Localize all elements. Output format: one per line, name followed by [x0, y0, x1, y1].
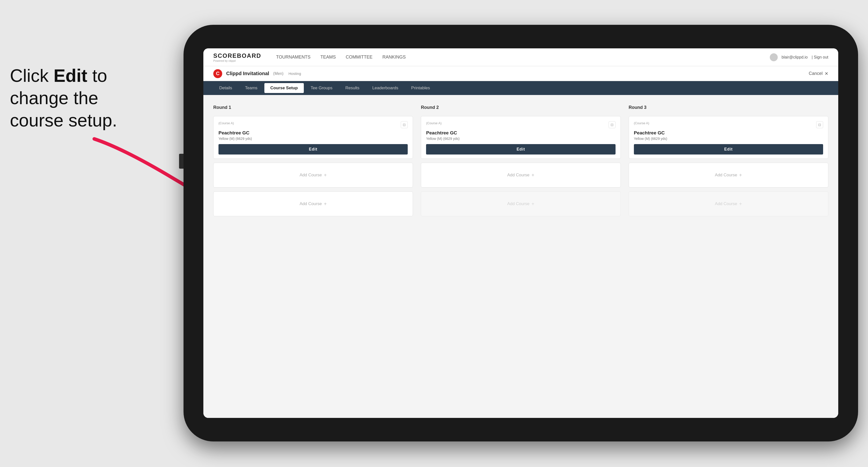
round-2-edit-button[interactable]: Edit: [426, 144, 615, 155]
delete-icon-3: ⊡: [818, 123, 821, 127]
top-nav: SCOREBOARD Powered by clippd TOURNAMENTS…: [204, 49, 838, 66]
tournament-status: Hosting: [288, 71, 301, 75]
round-1-course-card: (Course A) ⊡ Peachtree GC Yellow (M) (66…: [213, 116, 413, 159]
course-delete-button[interactable]: ⊡: [401, 121, 408, 128]
round-2-add-course-2: Add Course +: [421, 191, 620, 216]
course-name-2: Peachtree GC: [426, 130, 615, 136]
tab-course-setup[interactable]: Course Setup: [265, 83, 304, 93]
sign-out-link[interactable]: | Sign out: [812, 55, 828, 60]
tab-printables[interactable]: Printables: [405, 83, 436, 93]
rounds-grid: Round 1 (Course A) ⊡ Peachtree GC Yellow…: [213, 105, 828, 216]
tab-teams[interactable]: Teams: [239, 83, 264, 93]
tab-leaderboards[interactable]: Leaderboards: [366, 83, 404, 93]
add-plus-icon: +: [324, 173, 327, 178]
course-delete-button-3[interactable]: ⊡: [816, 121, 823, 128]
instruction-prefix: Click: [10, 66, 54, 86]
logo-text: SCOREBOARD: [213, 52, 261, 59]
nav-teams[interactable]: TEAMS: [320, 54, 336, 61]
nav-right: blair@clippd.io | Sign out: [770, 53, 829, 61]
add-course-label-2: Add Course: [300, 201, 322, 206]
cancel-button[interactable]: Cancel ✕: [809, 71, 828, 76]
nav-committee[interactable]: COMMITTEE: [346, 54, 372, 61]
tab-details[interactable]: Details: [213, 83, 238, 93]
add-course-label-r3: Add Course: [715, 173, 737, 178]
course-details: Yellow (M) (6629 yds): [218, 137, 408, 141]
nav-links: TOURNAMENTS TEAMS COMMITTEE RANKINGS: [276, 54, 770, 61]
course-name: Peachtree GC: [218, 130, 408, 136]
delete-icon-2: ⊡: [611, 123, 614, 127]
course-delete-button-2[interactable]: ⊡: [609, 121, 616, 128]
main-content: Round 1 (Course A) ⊡ Peachtree GC Yellow…: [204, 95, 838, 418]
course-details-2: Yellow (M) (6629 yds): [426, 137, 615, 141]
add-course-label-r2-2: Add Course: [507, 201, 529, 206]
course-card-header: (Course A) ⊡: [218, 121, 408, 128]
round-1-add-course-1[interactable]: Add Course +: [213, 163, 413, 187]
round-3-column: Round 3 (Course A) ⊡ Peachtree GC Yellow…: [629, 105, 828, 216]
user-avatar: [770, 53, 778, 61]
round-3-course-card: (Course A) ⊡ Peachtree GC Yellow (M) (66…: [629, 116, 828, 159]
add-plus-icon-r3-2: +: [739, 201, 742, 207]
instruction-bold: Edit: [54, 66, 87, 86]
user-email: blair@clippd.io: [782, 55, 808, 60]
tournament-logo: C: [213, 69, 222, 78]
tablet-screen: SCOREBOARD Powered by clippd TOURNAMENTS…: [204, 49, 838, 418]
course-label-3: (Course A): [634, 121, 649, 125]
round-2-add-course-1[interactable]: Add Course +: [421, 163, 620, 187]
round-1-title: Round 1: [213, 105, 413, 110]
course-label: (Course A): [218, 121, 234, 125]
instruction-text: Click Edit tochange thecourse setup.: [10, 64, 117, 131]
add-course-label-r3-2: Add Course: [715, 201, 737, 206]
sub-tabs-bar: Details Teams Course Setup Tee Groups Re…: [204, 81, 838, 95]
add-course-label: Add Course: [300, 173, 322, 178]
add-plus-icon-r2: +: [531, 173, 534, 178]
round-2-column: Round 2 (Course A) ⊡ Peachtree GC Yellow…: [421, 105, 620, 216]
logo-subtext: Powered by clippd: [213, 59, 261, 62]
tournament-gender: (Men): [273, 71, 283, 76]
round-1-column: Round 1 (Course A) ⊡ Peachtree GC Yellow…: [213, 105, 413, 216]
scoreboard-logo: SCOREBOARD Powered by clippd: [213, 52, 261, 62]
tab-results[interactable]: Results: [339, 83, 365, 93]
tablet-device: SCOREBOARD Powered by clippd TOURNAMENTS…: [184, 25, 858, 441]
course-card-header-3: (Course A) ⊡: [634, 121, 823, 128]
round-1-edit-button[interactable]: Edit: [218, 144, 408, 155]
tournament-name: Clippd Invitational: [226, 71, 269, 76]
delete-icon: ⊡: [403, 123, 406, 127]
course-details-3: Yellow (M) (6629 yds): [634, 137, 823, 141]
add-plus-icon-r3: +: [739, 173, 742, 178]
tablet-side-button: [179, 154, 184, 169]
add-plus-icon-r2-2: +: [531, 201, 534, 207]
round-3-add-course-2: Add Course +: [629, 191, 828, 216]
round-3-edit-button[interactable]: Edit: [634, 144, 823, 155]
tournament-bar: C Clippd Invitational (Men) Hosting Canc…: [204, 66, 838, 81]
round-2-title: Round 2: [421, 105, 620, 110]
course-name-3: Peachtree GC: [634, 130, 823, 136]
add-plus-icon-2: +: [324, 201, 327, 207]
round-2-course-card: (Course A) ⊡ Peachtree GC Yellow (M) (66…: [421, 116, 620, 159]
add-course-label-r2: Add Course: [507, 173, 529, 178]
nav-rankings[interactable]: RANKINGS: [382, 54, 406, 61]
cancel-icon: ✕: [825, 71, 828, 76]
course-card-header-2: (Course A) ⊡: [426, 121, 615, 128]
round-1-add-course-2[interactable]: Add Course +: [213, 191, 413, 216]
nav-tournaments[interactable]: TOURNAMENTS: [276, 54, 310, 61]
tab-tee-groups[interactable]: Tee Groups: [305, 83, 339, 93]
round-3-add-course-1[interactable]: Add Course +: [629, 163, 828, 187]
round-3-title: Round 3: [629, 105, 828, 110]
course-label-2: (Course A): [426, 121, 441, 125]
